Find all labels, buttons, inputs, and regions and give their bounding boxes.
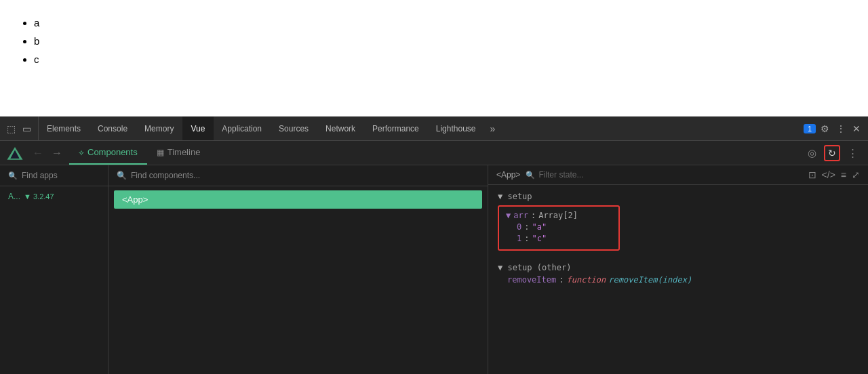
search-icon-filter: 🔍 <box>526 171 535 180</box>
setup-other-header: ▼ setup (other) <box>498 263 859 272</box>
remove-item-type: function <box>566 275 606 285</box>
right-panel-icons: ⊡ </> ≡ ⤢ <box>808 169 860 180</box>
arr-value-1: "c" <box>532 234 547 243</box>
list-item-b: b <box>34 32 848 50</box>
tab-performance[interactable]: Performance <box>364 117 428 140</box>
right-panel: <App> 🔍 Filter state... ⊡ </> ≡ ⤢ ▼ setu… <box>488 165 868 374</box>
timeline-label: Timeline <box>167 147 201 157</box>
device-icon[interactable]: ▭ <box>21 122 33 136</box>
arr-item-1: 1 : "c" <box>506 234 612 243</box>
arr-arrow: ▼ <box>506 211 511 220</box>
list: a b c <box>20 14 848 68</box>
app-tag-label: <App> <box>496 170 520 180</box>
remove-item-func: removeItem(index) <box>608 275 692 285</box>
code-icon[interactable]: </> <box>822 169 835 180</box>
vue-toolbar: ← → ⟡ Components ▦ Timeline ◎ ↻ ⋮ <box>0 141 868 165</box>
settings-icon[interactable]: ⚙ <box>818 121 831 136</box>
center-panel: 🔍 Find components... <App> <box>108 165 488 374</box>
setup-label: ▼ setup <box>498 192 532 201</box>
find-components-search[interactable]: 🔍 Find components... <box>108 165 488 186</box>
remove-item-key: removeItem <box>507 275 556 285</box>
vue-logo-icon <box>7 145 23 161</box>
devtools-main: 🔍 Find apps A... ▼ 3.2.47 🔍 Find compone… <box>0 165 868 374</box>
arr-item-0: 0 : "a" <box>506 222 612 232</box>
state-content: ▼ setup ▼ arr : Array[2] 0 : <box>488 185 868 374</box>
devtools-panel: ⬚ ▭ Elements Console Memory Vue Applicat… <box>0 117 868 374</box>
cursor-icon[interactable]: ⬚ <box>5 122 17 136</box>
search-icon-apps: 🔍 <box>8 171 18 180</box>
tab-lighthouse[interactable]: Lighthouse <box>428 117 485 140</box>
tabbar-right: 1 ⚙ ⋮ ✕ <box>798 121 868 136</box>
tab-application[interactable]: Application <box>214 117 271 140</box>
vue-version-label: ▼ 3.2.47 <box>24 192 54 201</box>
devtools-tab-icons: ⬚ ▭ <box>0 117 39 140</box>
arr-colon-1: : <box>524 234 529 243</box>
app-component-item[interactable]: <App> <box>114 190 482 209</box>
arr-colon: : <box>531 211 536 220</box>
tab-console[interactable]: Console <box>90 117 136 140</box>
remove-item-colon: : <box>559 275 564 285</box>
badge-count: 1 <box>804 124 816 133</box>
arr-key-label: arr <box>513 211 528 220</box>
inspect-icon[interactable]: ◎ <box>804 145 820 161</box>
devtools-tabbar: ⬚ ▭ Elements Console Memory Vue Applicat… <box>0 117 868 141</box>
setup-other-label: ▼ setup (other) <box>498 263 571 272</box>
refresh-button[interactable]: ↻ <box>824 145 840 161</box>
arr-value-0: "a" <box>532 222 547 232</box>
tab-elements[interactable]: Elements <box>39 117 90 140</box>
setup-header: ▼ setup <box>498 192 859 201</box>
forward-button[interactable]: → <box>47 144 66 162</box>
arr-index-0: 0 <box>506 222 521 232</box>
components-icon: ⟡ <box>79 148 84 157</box>
filter-state-placeholder: Filter state... <box>538 170 583 180</box>
arr-header-line: ▼ arr : Array[2] <box>506 211 612 220</box>
app-short-label: A... <box>8 192 20 201</box>
arr-index-1: 1 <box>506 234 521 243</box>
more-options-icon[interactable]: ⋮ <box>844 145 861 161</box>
external-link-icon[interactable]: ⤢ <box>852 169 860 180</box>
close-icon[interactable]: ✕ <box>850 121 863 136</box>
tabs-list: Elements Console Memory Vue Application … <box>39 117 798 140</box>
arr-box: ▼ arr : Array[2] 0 : "a" 1 : <box>498 205 620 251</box>
sub-tab-timeline[interactable]: ▦ Timeline <box>147 141 210 165</box>
arr-type-label: Array[2] <box>538 211 578 220</box>
setup-other-section: ▼ setup (other) removeItem : function re… <box>498 263 859 285</box>
list-icon[interactable]: ≡ <box>841 169 846 180</box>
list-item-a: a <box>34 14 848 32</box>
sub-tab-components[interactable]: ⟡ Components <box>69 141 147 165</box>
timeline-icon: ▦ <box>157 148 164 157</box>
tab-network[interactable]: Network <box>317 117 364 140</box>
tab-vue[interactable]: Vue <box>182 117 214 140</box>
list-item-c: c <box>34 50 848 68</box>
search-icon-components: 🔍 <box>117 171 127 180</box>
screenshot-icon[interactable]: ⊡ <box>808 169 816 180</box>
tab-sources[interactable]: Sources <box>271 117 317 140</box>
find-apps-label: Find apps <box>22 171 58 180</box>
tab-memory[interactable]: Memory <box>136 117 182 140</box>
kebab-menu-icon[interactable]: ⋮ <box>834 121 848 136</box>
vue-sub-tabs: ⟡ Components ▦ Timeline <box>69 141 210 165</box>
components-label: Components <box>87 147 138 157</box>
find-components-placeholder: Find components... <box>131 171 200 180</box>
filter-state-input[interactable]: 🔍 Filter state... <box>526 170 802 180</box>
find-apps-search[interactable]: 🔍 Find apps <box>0 165 108 186</box>
setup-section: ▼ setup ▼ arr : Array[2] 0 : <box>498 192 859 256</box>
more-tabs-icon[interactable]: » <box>485 123 501 134</box>
app-list-item[interactable]: A... ▼ 3.2.47 <box>0 186 108 207</box>
arr-colon-0: : <box>524 222 529 232</box>
right-panel-header: <App> 🔍 Filter state... ⊡ </> ≡ ⤢ <box>488 165 868 185</box>
remove-item-line: removeItem : function removeItem(index) <box>498 275 859 285</box>
browser-content: a b c <box>0 0 868 117</box>
left-sidebar: 🔍 Find apps A... ▼ 3.2.47 <box>0 165 108 374</box>
vue-toolbar-right: ◎ ↻ ⋮ <box>804 145 861 161</box>
back-button[interactable]: ← <box>28 144 47 162</box>
